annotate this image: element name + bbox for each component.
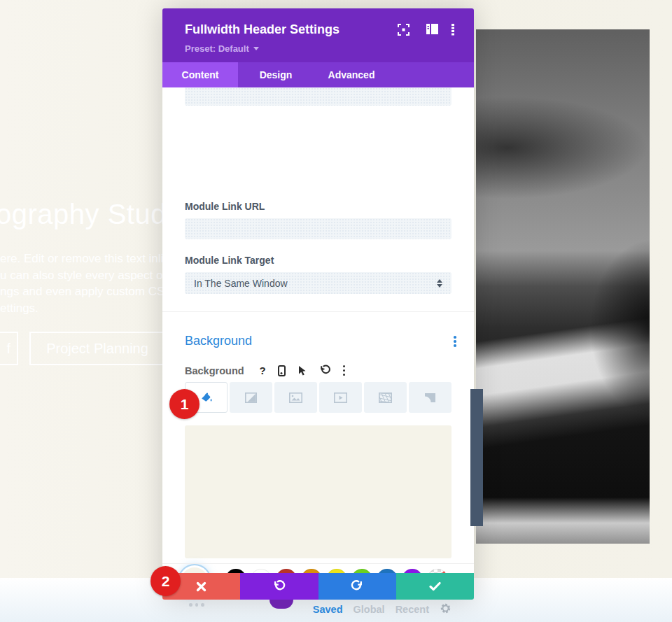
redo-button[interactable] (318, 573, 396, 600)
modal-scrollbar[interactable] (470, 389, 483, 526)
save-button[interactable] (396, 573, 474, 600)
project-planning-button[interactable]: Project Planning (29, 332, 165, 365)
background-section-title: Background (185, 334, 252, 348)
module-link-target-select[interactable]: In The Same Window (185, 272, 451, 294)
undo-button[interactable] (240, 573, 318, 600)
more-colors-icon[interactable] (189, 603, 204, 607)
palette-settings-gear-icon[interactable] (440, 602, 451, 616)
footer-divider (162, 563, 474, 564)
modal-menu-icon[interactable] (451, 24, 455, 36)
module-link-url-input[interactable] (185, 218, 451, 239)
chevron-down-icon (253, 47, 259, 50)
redo-icon (351, 580, 364, 593)
split-view-icon[interactable] (426, 24, 438, 36)
expand-modal-icon[interactable] (398, 24, 410, 36)
preset-selector[interactable]: Preset: Default (185, 43, 259, 54)
background-type-image-tab[interactable] (274, 382, 317, 413)
palette-tab-saved[interactable]: Saved (313, 604, 343, 615)
module-link-target-label: Module Link Target (185, 255, 274, 266)
gradient-icon (245, 393, 257, 403)
modal-title: Fullwidth Header Settings (185, 22, 340, 37)
undo-icon (272, 580, 286, 593)
background-type-gradient-tab[interactable] (230, 382, 272, 413)
modal-tab-bar: Content Design Advanced (162, 62, 474, 87)
tab-design[interactable]: Design (238, 62, 314, 87)
background-option-label: Background (185, 365, 244, 376)
module-link-url-label: Module Link URL (185, 201, 265, 212)
close-icon (196, 581, 206, 592)
check-icon (429, 581, 441, 591)
hover-cursor-icon[interactable] (298, 365, 307, 376)
hero-photo (476, 29, 650, 544)
paint-bucket-icon (200, 392, 213, 404)
modal-header[interactable]: Fullwidth Header Settings Preset: Defaul… (162, 8, 474, 62)
reset-icon[interactable] (319, 365, 331, 376)
background-type-pattern-tab[interactable] (364, 382, 407, 413)
color-preview-area[interactable] (185, 425, 451, 558)
responsive-phone-icon[interactable] (278, 365, 286, 376)
modal-body: Module Link URL Module Link Target In Th… (162, 87, 474, 563)
fullwidth-header-settings-modal: Fullwidth Header Settings Preset: Defaul… (162, 8, 474, 600)
image-icon (289, 393, 302, 403)
option-menu-icon[interactable] (343, 365, 346, 376)
section-divider (162, 311, 474, 312)
palette-tabs: Saved Global Recent (313, 602, 451, 616)
annotation-badge-1: 1 (169, 389, 200, 419)
background-type-tabs (185, 382, 451, 413)
background-option-row: Background ? (185, 365, 345, 376)
background-type-video-tab[interactable] (319, 382, 362, 413)
hero-heading: ography Studio (0, 199, 189, 230)
background-type-mask-tab[interactable] (409, 382, 451, 413)
help-icon[interactable]: ? (260, 365, 266, 376)
modal-footer (162, 573, 474, 600)
background-section-menu-icon[interactable] (454, 336, 456, 347)
mask-icon (424, 393, 436, 403)
hero-button-partial[interactable]: f (0, 332, 18, 365)
pattern-icon (379, 393, 392, 403)
module-link-target-value: In The Same Window (194, 278, 288, 289)
tab-content[interactable]: Content (162, 62, 238, 87)
tab-advanced[interactable]: Advanced (314, 62, 389, 87)
palette-tab-global[interactable]: Global (354, 604, 385, 615)
palette-tab-recent[interactable]: Recent (396, 604, 429, 615)
select-arrows-icon (437, 279, 442, 288)
video-icon (334, 393, 347, 403)
scrolled-input-partial[interactable] (185, 87, 451, 106)
annotation-badge-2: 2 (150, 566, 181, 596)
